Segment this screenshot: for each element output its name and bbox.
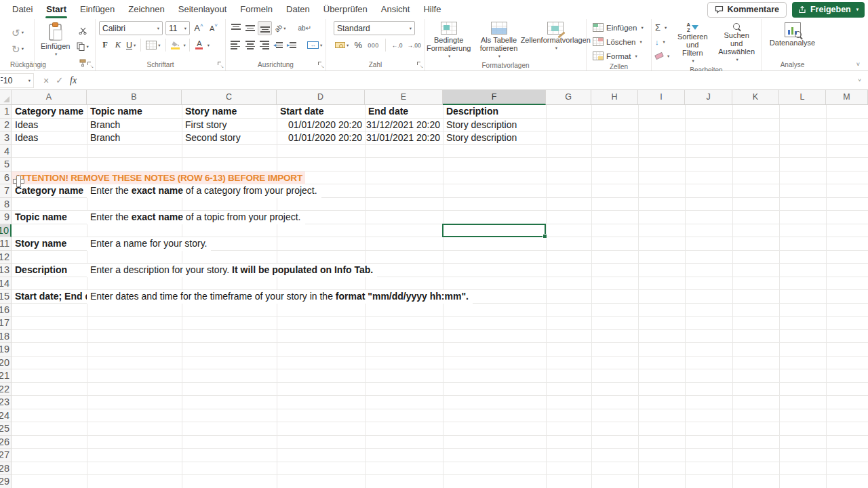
cell-D1[interactable]: Start date — [277, 105, 324, 119]
conditional-formatting-button[interactable]: Bedingte Formatierung ▾ — [425, 21, 473, 61]
cell-F3[interactable]: Story description — [443, 131, 517, 145]
row-header-7[interactable]: 7 — [0, 184, 12, 198]
column-header-K[interactable]: K — [732, 90, 779, 105]
row-header-3[interactable]: 3 — [0, 131, 12, 145]
cell-B15[interactable]: Enter dates and time for the timeframe o… — [87, 290, 473, 304]
row-header-27[interactable]: 27 — [0, 449, 12, 462]
font-dialog-launcher[interactable] — [218, 62, 224, 68]
row-header-13[interactable]: 13 — [0, 264, 12, 277]
cell-C1[interactable]: Story name — [182, 105, 237, 119]
paste-button[interactable]: Einfügen ▾ — [38, 21, 73, 59]
font-color-button[interactable]: A — [193, 38, 205, 52]
column-header-J[interactable]: J — [685, 90, 732, 105]
autosum-button[interactable]: Σ▾ — [655, 21, 669, 34]
row-header-18[interactable]: 18 — [0, 330, 12, 344]
cancel-entry-button[interactable]: × — [43, 75, 49, 86]
thousands-format-button[interactable]: 000 — [366, 38, 380, 52]
cell-A15[interactable]: Start date; End da — [12, 290, 87, 304]
menu-tab-seitenlayout[interactable]: Seitenlayout — [172, 0, 234, 19]
row-header-15[interactable]: 15 — [0, 290, 12, 304]
underline-button[interactable]: U▾ — [125, 38, 137, 52]
orientation-button[interactable]: ab▾ — [273, 21, 287, 35]
row-header-29[interactable]: 29 — [0, 475, 12, 488]
find-select-button[interactable]: Suchen und Auswählen ▾ — [715, 21, 757, 64]
cell-F1[interactable]: Description — [443, 105, 498, 119]
formula-bar-expand-chevron[interactable]: ˅ — [851, 77, 868, 83]
decrease-indent-button[interactable]: ◂ — [272, 38, 284, 52]
column-header-F[interactable]: F — [443, 90, 546, 105]
shrink-font-button[interactable]: A˅ — [208, 21, 220, 35]
clear-button[interactable]: ▾ — [655, 49, 669, 62]
column-header-H[interactable]: H — [591, 90, 638, 105]
row-header-2[interactable]: 2 — [0, 119, 12, 132]
align-middle-button[interactable] — [243, 21, 256, 35]
row-header-8[interactable]: 8 — [0, 198, 12, 211]
row-header-6[interactable]: 6 — [0, 171, 12, 185]
row-header-20[interactable]: 20 — [0, 357, 12, 370]
redo-button[interactable]: ↻▾ — [10, 42, 25, 56]
row-header-10[interactable]: 10 — [0, 224, 12, 238]
align-bottom-button[interactable] — [258, 21, 272, 35]
cell-F2[interactable]: Story description — [443, 119, 517, 132]
row-header-14[interactable]: 14 — [0, 277, 12, 291]
increase-indent-button[interactable]: ▸ — [285, 38, 298, 52]
undo-button[interactable]: ↺▾ — [10, 26, 25, 40]
cut-button[interactable] — [75, 23, 90, 37]
cell-E3[interactable]: 31/01/2021 20:20 — [365, 131, 443, 145]
row-header-19[interactable]: 19 — [0, 343, 12, 357]
format-as-table-button[interactable]: Als Tabelle formatieren ▾ — [477, 21, 521, 61]
cell-E2[interactable]: 31/12/2021 20:20 — [365, 119, 443, 132]
align-right-button[interactable] — [258, 38, 271, 52]
row-header-28[interactable]: 28 — [0, 462, 12, 476]
menu-tab-formeln[interactable]: Formeln — [233, 0, 279, 19]
column-header-L[interactable]: L — [779, 90, 826, 105]
row-header-11[interactable]: 11 — [0, 237, 12, 251]
menu-tab-start[interactable]: Start — [39, 0, 73, 19]
number-dialog-launcher[interactable] — [417, 62, 424, 68]
row-header-5[interactable]: 5 — [0, 158, 12, 171]
remove-decimal-button[interactable]: →.00 — [406, 38, 422, 52]
formula-input[interactable] — [83, 71, 851, 89]
format-cells-button[interactable]: Format▾ — [593, 49, 637, 62]
cell-E1[interactable]: End date — [365, 105, 408, 119]
cell-B3[interactable]: Branch — [87, 131, 120, 145]
cell-C2[interactable]: First story — [182, 119, 226, 132]
cell-A6[interactable]: ATTENTION! REMOVE THESE NOTES (ROW 6-13)… — [12, 171, 305, 185]
menu-tab-daten[interactable]: Daten — [279, 0, 317, 19]
italic-button[interactable]: K — [112, 38, 124, 52]
align-left-button[interactable] — [229, 38, 242, 52]
row-header-17[interactable]: 17 — [0, 317, 12, 330]
cell-styles-button[interactable]: Zellenformatvorlagen ▾ — [524, 21, 587, 53]
row-header-23[interactable]: 23 — [0, 396, 12, 409]
menu-tab-ansicht[interactable]: Ansicht — [374, 0, 417, 19]
column-header-I[interactable]: I — [638, 90, 685, 105]
column-header-B[interactable]: B — [87, 90, 182, 105]
cell-B11[interactable]: Enter a name for your story. — [87, 237, 211, 251]
cell-C3[interactable]: Second story — [182, 131, 241, 145]
grow-font-button[interactable]: A˄ — [193, 21, 205, 35]
borders-button[interactable]: ▾ — [144, 38, 161, 52]
column-header-D[interactable]: D — [277, 90, 365, 105]
row-header-24[interactable]: 24 — [0, 409, 12, 423]
cell-A9[interactable]: Topic name — [12, 211, 67, 224]
share-button[interactable]: Freigeben ▾ — [792, 2, 865, 18]
clipboard-dialog-launcher[interactable] — [87, 62, 94, 68]
row-header-4[interactable]: 4 — [0, 145, 12, 159]
menu-tab-zeichnen[interactable]: Zeichnen — [121, 0, 171, 19]
cell-B9[interactable]: Enter the exact name of a topic from you… — [87, 211, 305, 224]
cell-D3[interactable]: 01/01/2020 20:20 — [277, 131, 365, 145]
add-decimal-button[interactable]: ←.0 — [391, 38, 404, 52]
align-center-button[interactable] — [243, 38, 256, 52]
row-header-22[interactable]: 22 — [0, 383, 12, 396]
menu-tab-hilfe[interactable]: Hilfe — [416, 0, 448, 19]
select-all-corner[interactable] — [0, 90, 12, 105]
font-family-select[interactable]: Calibri▾ — [99, 21, 163, 35]
percent-format-button[interactable]: % — [352, 38, 364, 52]
bold-button[interactable]: F — [99, 38, 111, 52]
currency-format-button[interactable]: ▾ — [334, 38, 350, 52]
copy-button[interactable]: ▾ — [75, 39, 90, 54]
cell-A11[interactable]: Story name — [12, 237, 66, 251]
cell-A2[interactable]: Ideas — [12, 119, 38, 132]
cell-A13[interactable]: Description — [12, 264, 67, 277]
cell-B1[interactable]: Topic name — [87, 105, 142, 119]
